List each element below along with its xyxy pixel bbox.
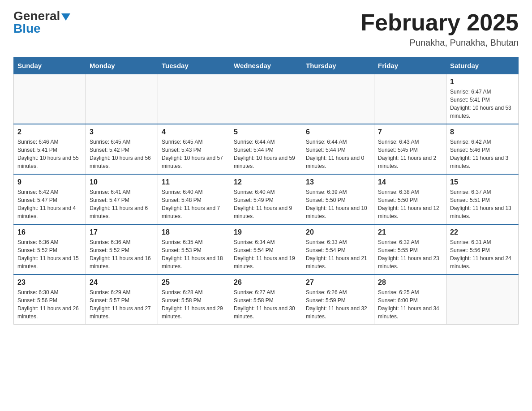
calendar-cell: 16Sunrise: 6:36 AMSunset: 5:52 PMDayligh… <box>14 224 86 274</box>
calendar-cell: 28Sunrise: 6:25 AMSunset: 6:00 PMDayligh… <box>374 274 446 325</box>
calendar-header-friday: Friday <box>374 57 446 74</box>
logo-blue-text: Blue <box>13 21 41 36</box>
day-info: Sunrise: 6:44 AMSunset: 5:44 PMDaylight:… <box>306 138 370 170</box>
calendar-cell <box>302 74 374 124</box>
calendar-cell: 7Sunrise: 6:43 AMSunset: 5:45 PMDaylight… <box>374 124 446 174</box>
day-number: 4 <box>162 128 226 136</box>
day-number: 9 <box>17 178 82 186</box>
day-info: Sunrise: 6:39 AMSunset: 5:50 PMDaylight:… <box>306 188 370 220</box>
day-info: Sunrise: 6:45 AMSunset: 5:42 PMDaylight:… <box>90 138 154 170</box>
calendar-header-saturday: Saturday <box>446 57 519 74</box>
calendar-cell: 20Sunrise: 6:33 AMSunset: 5:54 PMDayligh… <box>302 224 374 274</box>
day-info: Sunrise: 6:37 AMSunset: 5:51 PMDaylight:… <box>450 188 515 220</box>
day-info: Sunrise: 6:27 AMSunset: 5:58 PMDaylight:… <box>234 288 298 321</box>
day-number: 7 <box>378 128 442 136</box>
calendar-cell: 19Sunrise: 6:34 AMSunset: 5:54 PMDayligh… <box>230 224 302 274</box>
calendar-cell <box>230 74 302 124</box>
calendar-cell: 5Sunrise: 6:44 AMSunset: 5:44 PMDaylight… <box>230 124 302 174</box>
calendar-header-sunday: Sunday <box>14 57 86 74</box>
calendar-header-row: SundayMondayTuesdayWednesdayThursdayFrid… <box>14 57 519 74</box>
calendar-cell <box>374 74 446 124</box>
calendar-cell: 1Sunrise: 6:47 AMSunset: 5:41 PMDaylight… <box>446 74 519 124</box>
calendar-header-thursday: Thursday <box>302 57 374 74</box>
day-info: Sunrise: 6:34 AMSunset: 5:54 PMDaylight:… <box>234 238 298 270</box>
day-info: Sunrise: 6:40 AMSunset: 5:48 PMDaylight:… <box>162 188 226 220</box>
day-info: Sunrise: 6:42 AMSunset: 5:46 PMDaylight:… <box>450 138 515 170</box>
calendar-cell: 21Sunrise: 6:32 AMSunset: 5:55 PMDayligh… <box>374 224 446 274</box>
day-number: 8 <box>450 128 515 136</box>
calendar-header-wednesday: Wednesday <box>230 57 302 74</box>
day-number: 16 <box>17 228 82 236</box>
day-number: 19 <box>234 228 298 236</box>
calendar-cell: 10Sunrise: 6:41 AMSunset: 5:47 PMDayligh… <box>86 174 158 224</box>
calendar-cell: 12Sunrise: 6:40 AMSunset: 5:49 PMDayligh… <box>230 174 302 224</box>
calendar-week-row: 9Sunrise: 6:42 AMSunset: 5:47 PMDaylight… <box>14 174 519 224</box>
logo-arrow-icon <box>61 13 70 21</box>
day-number: 17 <box>90 228 154 236</box>
day-info: Sunrise: 6:28 AMSunset: 5:58 PMDaylight:… <box>162 288 226 321</box>
day-number: 20 <box>306 228 370 236</box>
day-number: 5 <box>234 128 298 136</box>
calendar-cell <box>446 274 519 325</box>
calendar-cell: 6Sunrise: 6:44 AMSunset: 5:44 PMDaylight… <box>302 124 374 174</box>
day-info: Sunrise: 6:40 AMSunset: 5:49 PMDaylight:… <box>234 188 298 220</box>
day-number: 27 <box>306 278 370 287</box>
day-number: 26 <box>234 278 298 287</box>
day-info: Sunrise: 6:36 AMSunset: 5:52 PMDaylight:… <box>17 238 82 270</box>
day-number: 6 <box>306 128 370 136</box>
calendar-cell: 9Sunrise: 6:42 AMSunset: 5:47 PMDaylight… <box>14 174 86 224</box>
calendar-cell: 23Sunrise: 6:30 AMSunset: 5:56 PMDayligh… <box>14 274 86 325</box>
calendar-cell: 4Sunrise: 6:45 AMSunset: 5:43 PMDaylight… <box>158 124 230 174</box>
day-number: 2 <box>17 128 82 136</box>
day-info: Sunrise: 6:44 AMSunset: 5:44 PMDaylight:… <box>234 138 298 170</box>
subtitle: Punakha, Punakha, Bhutan <box>360 38 519 48</box>
calendar-table: SundayMondayTuesdayWednesdayThursdayFrid… <box>13 57 519 325</box>
day-info: Sunrise: 6:31 AMSunset: 5:56 PMDaylight:… <box>450 238 515 270</box>
logo: General Blue <box>13 9 70 36</box>
day-number: 1 <box>450 78 515 86</box>
day-number: 18 <box>162 228 226 236</box>
calendar-cell <box>158 74 230 124</box>
day-number: 24 <box>90 278 154 287</box>
day-number: 3 <box>90 128 154 136</box>
day-info: Sunrise: 6:46 AMSunset: 5:41 PMDaylight:… <box>17 138 82 170</box>
calendar-week-row: 2Sunrise: 6:46 AMSunset: 5:41 PMDaylight… <box>14 124 519 174</box>
day-number: 12 <box>234 178 298 186</box>
calendar-cell: 22Sunrise: 6:31 AMSunset: 5:56 PMDayligh… <box>446 224 519 274</box>
day-info: Sunrise: 6:38 AMSunset: 5:50 PMDaylight:… <box>378 188 442 220</box>
calendar-week-row: 1Sunrise: 6:47 AMSunset: 5:41 PMDaylight… <box>14 74 519 124</box>
day-number: 22 <box>450 228 515 236</box>
calendar-cell: 2Sunrise: 6:46 AMSunset: 5:41 PMDaylight… <box>14 124 86 174</box>
day-number: 28 <box>378 278 442 287</box>
calendar-cell: 18Sunrise: 6:35 AMSunset: 5:53 PMDayligh… <box>158 224 230 274</box>
day-number: 25 <box>162 278 226 287</box>
day-info: Sunrise: 6:25 AMSunset: 6:00 PMDaylight:… <box>378 288 442 321</box>
day-info: Sunrise: 6:33 AMSunset: 5:54 PMDaylight:… <box>306 238 370 270</box>
calendar-cell: 3Sunrise: 6:45 AMSunset: 5:42 PMDaylight… <box>86 124 158 174</box>
day-info: Sunrise: 6:45 AMSunset: 5:43 PMDaylight:… <box>162 138 226 170</box>
day-info: Sunrise: 6:41 AMSunset: 5:47 PMDaylight:… <box>90 188 154 220</box>
calendar-header-tuesday: Tuesday <box>158 57 230 74</box>
title-section: February 2025 Punakha, Punakha, Bhutan <box>360 9 519 48</box>
day-number: 14 <box>378 178 442 186</box>
day-info: Sunrise: 6:30 AMSunset: 5:56 PMDaylight:… <box>17 288 82 321</box>
calendar-cell: 11Sunrise: 6:40 AMSunset: 5:48 PMDayligh… <box>158 174 230 224</box>
calendar-cell: 24Sunrise: 6:29 AMSunset: 5:57 PMDayligh… <box>86 274 158 325</box>
calendar-cell: 27Sunrise: 6:26 AMSunset: 5:59 PMDayligh… <box>302 274 374 325</box>
calendar-cell: 8Sunrise: 6:42 AMSunset: 5:46 PMDaylight… <box>446 124 519 174</box>
day-number: 11 <box>162 178 226 186</box>
calendar-week-row: 16Sunrise: 6:36 AMSunset: 5:52 PMDayligh… <box>14 224 519 274</box>
day-number: 23 <box>17 278 82 287</box>
day-info: Sunrise: 6:32 AMSunset: 5:55 PMDaylight:… <box>378 238 442 270</box>
day-info: Sunrise: 6:36 AMSunset: 5:52 PMDaylight:… <box>90 238 154 270</box>
day-info: Sunrise: 6:47 AMSunset: 5:41 PMDaylight:… <box>450 88 515 120</box>
day-info: Sunrise: 6:26 AMSunset: 5:59 PMDaylight:… <box>306 288 370 321</box>
calendar-week-row: 23Sunrise: 6:30 AMSunset: 5:56 PMDayligh… <box>14 274 519 325</box>
day-number: 21 <box>378 228 442 236</box>
calendar-cell: 14Sunrise: 6:38 AMSunset: 5:50 PMDayligh… <box>374 174 446 224</box>
calendar-cell <box>86 74 158 124</box>
main-title: February 2025 <box>360 9 519 36</box>
calendar-cell: 25Sunrise: 6:28 AMSunset: 5:58 PMDayligh… <box>158 274 230 325</box>
day-number: 15 <box>450 178 515 186</box>
day-number: 13 <box>306 178 370 186</box>
